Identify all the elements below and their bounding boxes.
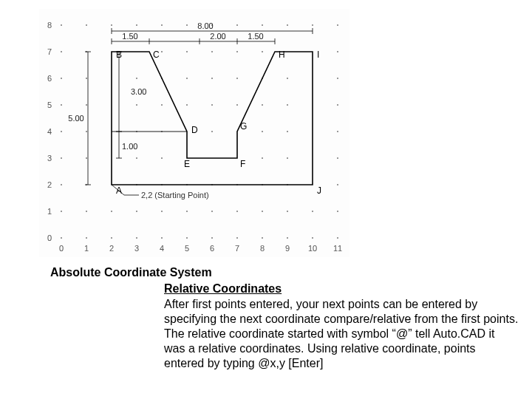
- pt-A: A: [116, 185, 122, 196]
- coordinate-diagram: 8.00 1.50 2.00 1.50 5.00 3.00 1.00 A B C…: [39, 9, 349, 257]
- svg-point-65: [236, 78, 238, 79]
- svg-point-69: [61, 51, 62, 52]
- ytick-1: 1: [47, 207, 52, 216]
- svg-point-85: [262, 24, 263, 26]
- svg-point-22: [312, 211, 313, 212]
- svg-point-0: [61, 237, 62, 239]
- pt-I: I: [317, 50, 319, 60]
- svg-point-87: [312, 24, 313, 26]
- svg-point-7: [236, 237, 238, 239]
- svg-point-58: [337, 104, 338, 106]
- pt-B: B: [116, 50, 122, 60]
- svg-point-10: [312, 237, 313, 239]
- svg-point-34: [61, 157, 62, 159]
- svg-point-68: [337, 78, 338, 79]
- svg-point-60: [86, 78, 87, 79]
- svg-point-41: [61, 131, 62, 132]
- dim-left-inner: 3.00: [131, 87, 146, 96]
- svg-point-14: [111, 211, 112, 212]
- svg-point-77: [61, 24, 62, 26]
- start-note: 2,2 (Starting Point): [141, 191, 209, 200]
- dim-seg2: 2.00: [210, 32, 225, 41]
- ytick-7: 7: [47, 47, 52, 56]
- ytick-5: 5: [47, 100, 52, 109]
- ytick-6: 6: [47, 74, 52, 83]
- svg-point-19: [236, 211, 238, 212]
- svg-point-4: [161, 237, 163, 239]
- xtick-9: 9: [285, 244, 290, 253]
- pt-C: C: [153, 50, 160, 60]
- ytick-0: 0: [47, 233, 52, 242]
- svg-point-35: [86, 157, 87, 159]
- svg-point-63: [186, 78, 188, 79]
- svg-point-37: [161, 157, 163, 159]
- xtick-3: 3: [134, 244, 139, 253]
- svg-point-48: [337, 131, 338, 132]
- svg-point-21: [287, 211, 288, 212]
- svg-point-33: [337, 184, 338, 185]
- svg-point-46: [262, 131, 263, 132]
- dim-top: 8.00: [197, 21, 213, 30]
- section-body: After first points entered, your next po…: [164, 297, 519, 371]
- svg-point-13: [86, 211, 87, 212]
- svg-point-81: [161, 24, 163, 26]
- svg-point-47: [287, 131, 288, 132]
- pt-E: E: [184, 159, 190, 169]
- svg-point-55: [236, 104, 238, 106]
- svg-point-75: [262, 51, 263, 52]
- svg-point-18: [211, 211, 213, 212]
- svg-point-12: [61, 211, 62, 212]
- svg-point-88: [337, 24, 338, 26]
- svg-point-6: [211, 237, 213, 239]
- svg-point-16: [161, 211, 163, 212]
- svg-point-17: [186, 211, 188, 212]
- svg-point-72: [186, 51, 188, 52]
- svg-point-84: [236, 24, 238, 26]
- svg-point-24: [61, 184, 62, 185]
- svg-point-76: [337, 51, 338, 52]
- svg-point-59: [61, 78, 62, 79]
- svg-point-64: [211, 78, 213, 79]
- xtick-4: 4: [160, 244, 164, 253]
- svg-point-45: [211, 131, 213, 132]
- svg-point-20: [262, 211, 263, 212]
- xtick-2: 2: [109, 244, 114, 253]
- svg-point-3: [136, 237, 137, 239]
- svg-point-71: [161, 51, 163, 52]
- svg-point-1: [86, 237, 87, 239]
- pt-J: J: [317, 185, 321, 196]
- svg-point-61: [136, 78, 137, 79]
- svg-point-86: [287, 24, 288, 26]
- xtick-8: 8: [260, 244, 265, 253]
- xtick-1: 1: [84, 244, 89, 253]
- svg-point-23: [337, 211, 338, 212]
- dim-small: 1.00: [122, 142, 137, 151]
- xtick-10: 10: [308, 244, 317, 253]
- svg-point-56: [262, 104, 263, 106]
- svg-point-79: [111, 24, 112, 26]
- svg-point-36: [136, 157, 137, 159]
- svg-marker-90: [112, 52, 313, 185]
- pt-G: G: [240, 121, 247, 132]
- svg-point-39: [287, 157, 288, 159]
- svg-point-38: [262, 157, 263, 159]
- svg-point-2: [111, 237, 112, 239]
- svg-point-54: [211, 104, 213, 106]
- figure-caption: Absolute Coordinate System: [50, 266, 212, 279]
- dim-seg1: 1.50: [122, 32, 137, 41]
- svg-point-57: [287, 104, 288, 106]
- ytick-2: 2: [47, 180, 52, 189]
- svg-point-80: [136, 24, 137, 26]
- xtick-7: 7: [235, 244, 239, 253]
- ytick-4: 4: [47, 127, 52, 136]
- xtick-0: 0: [59, 244, 64, 253]
- dim-seg3: 1.50: [248, 32, 263, 41]
- svg-point-49: [61, 104, 62, 106]
- ytick-8: 8: [47, 21, 52, 30]
- svg-point-5: [186, 237, 188, 239]
- svg-point-82: [186, 24, 188, 26]
- svg-point-9: [287, 237, 288, 239]
- svg-point-53: [186, 104, 188, 106]
- section-heading: Relative Coordinates: [164, 282, 282, 296]
- svg-point-78: [86, 24, 87, 26]
